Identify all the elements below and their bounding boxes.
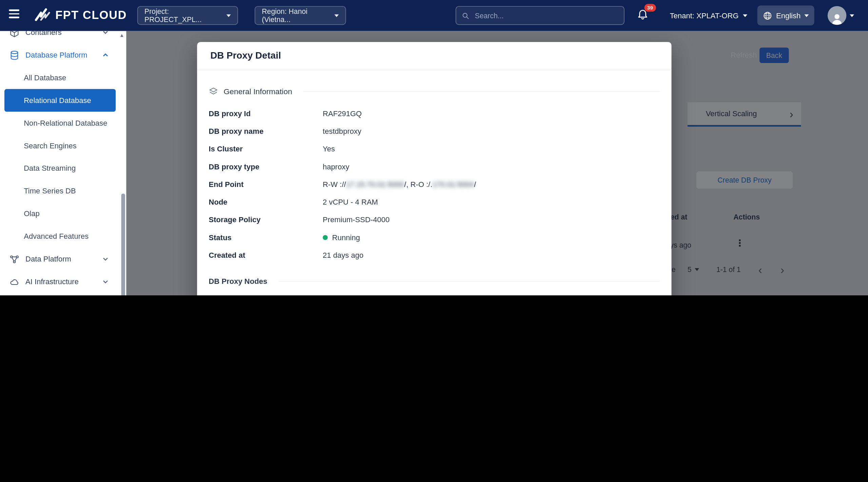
sidebar-item-containers[interactable]: Containers bbox=[0, 31, 126, 44]
person-icon bbox=[830, 12, 844, 25]
sidebar-item-label: AI Infrastructure bbox=[25, 278, 79, 286]
chevron-down-icon bbox=[102, 279, 108, 285]
section-title: General Information bbox=[224, 87, 292, 96]
sidebar-item-relational-database[interactable]: Relational Database bbox=[4, 89, 116, 112]
sidebar-item-label: Data Streaming bbox=[24, 164, 76, 172]
nodes-table-header: Name Role Configuration Status Created a… bbox=[209, 294, 660, 295]
field-created-at: Created at 21 days ago bbox=[209, 246, 660, 264]
sidebar-item-data-streaming[interactable]: Data Streaming bbox=[0, 157, 126, 180]
sidebar-item-label: Data Platform bbox=[25, 255, 71, 263]
chevron-down-icon bbox=[102, 31, 108, 35]
sidebar-item-label: Time Series DB bbox=[24, 187, 76, 195]
globe-icon bbox=[763, 11, 772, 20]
sidebar-item-label: Olap bbox=[24, 210, 40, 218]
sidebar-item-olap[interactable]: Olap bbox=[0, 203, 126, 225]
sidebar-scrollbar bbox=[121, 193, 125, 295]
redacted-endpoint: 170.01:5004 bbox=[432, 180, 474, 188]
sidebar-item-label: Non-Relational Database bbox=[24, 119, 107, 127]
global-search bbox=[456, 6, 625, 25]
section-title: DB Proxy Nodes bbox=[209, 277, 268, 285]
chevron-up-icon bbox=[102, 52, 108, 58]
top-navbar: FPT CLOUD Project: PROJECT_XPL... Region… bbox=[0, 0, 868, 31]
general-information-section-header: General Information bbox=[209, 85, 660, 98]
project-dropdown[interactable]: Project: PROJECT_XPL... bbox=[137, 6, 238, 25]
sidebar-item-advanced-features[interactable]: Advanced Features bbox=[0, 225, 126, 248]
notifications-button[interactable]: 39 bbox=[637, 7, 649, 20]
search-input[interactable] bbox=[474, 11, 618, 20]
chevron-down-icon bbox=[226, 14, 231, 17]
language-label: English bbox=[776, 11, 801, 19]
scroll-up-icon[interactable]: ▲ bbox=[118, 32, 126, 39]
app-root: FPT CLOUD Project: PROJECT_XPL... Region… bbox=[0, 0, 868, 295]
sidebar-item-label: Relational Database bbox=[24, 96, 91, 104]
field-db-proxy-name: DB proxy name testdbproxy bbox=[209, 122, 660, 140]
chevron-down-icon bbox=[805, 14, 809, 17]
database-icon bbox=[9, 50, 19, 60]
field-db-proxy-type: DB proxy type haproxy bbox=[209, 158, 660, 175]
nodes-table: Name Role Configuration Status Created a… bbox=[209, 294, 660, 295]
region-dropdown[interactable]: Region: Hanoi (Vietna... bbox=[255, 6, 346, 25]
region-dropdown-label: Region: Hanoi (Vietna... bbox=[262, 7, 329, 24]
field-node: Node 2 vCPU - 4 RAM bbox=[209, 193, 660, 211]
notification-badge: 39 bbox=[644, 4, 656, 11]
db-proxy-nodes-section-header: DB Proxy Nodes bbox=[209, 275, 660, 287]
field-is-cluster: Is Cluster Yes bbox=[209, 140, 660, 158]
cloud-icon bbox=[9, 277, 19, 287]
divider bbox=[278, 281, 660, 281]
logo-text: FPT CLOUD bbox=[55, 8, 127, 21]
sidebar-item-database-platform[interactable]: Database Platform bbox=[0, 44, 126, 66]
chevron-down-icon bbox=[743, 14, 748, 17]
db-proxy-detail-dialog: DB Proxy Detail General Information DB p… bbox=[197, 42, 671, 295]
divider bbox=[303, 91, 660, 92]
field-db-proxy-id: DB proxy Id RAF291GQ bbox=[209, 105, 660, 122]
avatar bbox=[828, 6, 847, 25]
tenant-label: Tenant: XPLAT-ORG bbox=[670, 11, 739, 19]
sidebar-item-ai-platform[interactable]: AI Platform bbox=[0, 293, 126, 295]
sidebar-item-ai-infrastructure[interactable]: AI Infrastructure bbox=[0, 270, 126, 293]
project-dropdown-label: Project: PROJECT_XPL... bbox=[144, 7, 221, 24]
dialog-header: DB Proxy Detail bbox=[197, 42, 671, 70]
sidebar-item-label: Database Platform bbox=[25, 51, 87, 59]
status-badge: Running bbox=[332, 233, 360, 241]
field-storage-policy: Storage Policy Premium-SSD-4000 bbox=[209, 211, 660, 228]
containers-icon bbox=[9, 31, 19, 37]
sidebar-item-search-engines[interactable]: Search Engines bbox=[0, 134, 126, 157]
sidebar-item-label: All Database bbox=[24, 74, 66, 82]
field-end-point: End Point R-W :// 17.15.70.01:5000 /, R-… bbox=[209, 175, 660, 193]
chevron-down-icon bbox=[334, 14, 339, 17]
language-selector[interactable]: English bbox=[757, 5, 814, 25]
fpt-cloud-logo: FPT CLOUD bbox=[34, 8, 127, 22]
sidebar: Containers Database Platform All Databas… bbox=[0, 31, 126, 295]
general-information-fields: DB proxy Id RAF291GQ DB proxy name testd… bbox=[209, 105, 660, 264]
sidebar-item-data-platform[interactable]: Data Platform bbox=[0, 248, 126, 270]
data-platform-icon bbox=[9, 254, 19, 264]
user-menu[interactable] bbox=[828, 0, 854, 31]
hamburger-menu-icon[interactable] bbox=[9, 9, 19, 18]
chevron-down-icon bbox=[850, 14, 854, 17]
dialog-title: DB Proxy Detail bbox=[210, 50, 281, 62]
sidebar-item-label: Advanced Features bbox=[24, 232, 88, 240]
chevron-down-icon bbox=[102, 256, 108, 262]
sidebar-item-all-database[interactable]: All Database bbox=[0, 66, 126, 89]
endpoint-value: R-W :// 17.15.70.01:5000 /, R-O :/. 170.… bbox=[323, 180, 476, 188]
sidebar-item-label: Containers bbox=[25, 31, 62, 36]
sidebar-item-label: Search Engines bbox=[24, 142, 77, 150]
search-icon bbox=[462, 11, 470, 19]
scrollbar-thumb[interactable] bbox=[121, 193, 125, 295]
redacted-endpoint: 17.15.70.01:5000 bbox=[346, 180, 404, 188]
tenant-dropdown[interactable]: Tenant: XPLAT-ORG bbox=[670, 0, 748, 31]
sidebar-item-non-relational-database[interactable]: Non-Relational Database bbox=[0, 112, 126, 134]
status-dot-running bbox=[323, 235, 328, 240]
field-status: Status Running bbox=[209, 228, 660, 246]
dialog-body: General Information DB proxy Id RAF291GQ… bbox=[197, 70, 671, 295]
sidebar-item-time-series-db[interactable]: Time Series DB bbox=[0, 180, 126, 203]
logo-mark-icon bbox=[34, 8, 51, 22]
layers-icon bbox=[209, 87, 218, 96]
